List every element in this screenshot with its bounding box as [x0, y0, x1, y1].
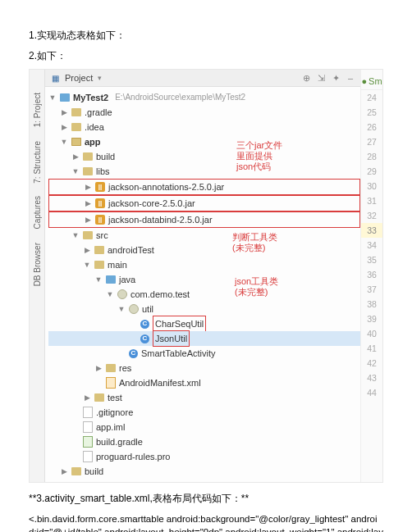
tab-structure[interactable]: 7: Structure — [33, 138, 42, 187]
tree-node-proguard[interactable]: proguard-rules.pro — [48, 449, 360, 464]
locate-icon[interactable]: ⇲ — [316, 73, 326, 84]
line-number: 34 — [361, 238, 382, 252]
tree-node-buildgradle[interactable]: build.gradle — [48, 434, 360, 449]
xml-icon — [106, 377, 116, 389]
tree-node-src[interactable]: ▼src — [48, 228, 360, 243]
line-number: 30 — [361, 179, 382, 193]
tab-db-browser[interactable]: DB Browser — [33, 239, 42, 289]
tree-node-test[interactable]: ▶test — [48, 390, 360, 405]
tree-node-app[interactable]: ▼app — [48, 134, 360, 149]
file-icon — [83, 407, 93, 418]
package-icon — [117, 289, 127, 299]
folder-icon — [83, 152, 93, 161]
file-icon — [83, 436, 93, 448]
heading-1: 1.实现动态表格如下： — [29, 28, 383, 43]
class-icon: C — [129, 349, 138, 358]
tree-node-gitignore[interactable]: .gitignore — [48, 405, 360, 420]
tree-node-jsonutil[interactable]: CJsonUtil — [48, 331, 360, 346]
jar-icon: || — [95, 215, 105, 225]
jar-icon: || — [95, 198, 105, 208]
folder-icon — [94, 261, 104, 269]
folder-icon — [83, 231, 93, 239]
tree-node-java[interactable]: ▼java — [48, 272, 360, 287]
line-number: 38 — [361, 297, 382, 311]
module-icon — [71, 138, 81, 146]
project-icon: ▦ — [50, 73, 60, 83]
line-number: 39 — [361, 311, 382, 326]
tree-node-jar2[interactable]: ▶||jackson-core-2.5.0.jar — [48, 195, 360, 211]
tree-node-smarttable[interactable]: CSmartTableActivity — [48, 346, 360, 361]
line-number: 31 — [361, 193, 382, 208]
folder-icon — [94, 246, 104, 254]
folder-icon — [71, 108, 81, 116]
line-number: 32 — [361, 208, 382, 223]
project-toolbar: ▦ Project ▾ ⊕ ⇲ ✦ – — [45, 70, 360, 87]
tab-project[interactable]: 1: Project — [33, 89, 42, 130]
folder-icon — [71, 123, 81, 131]
tree-node-androidtest[interactable]: ▶androidTest — [48, 243, 360, 257]
toolbar-icons: ⊕ ⇲ ✦ – — [301, 73, 355, 84]
line-number: 41 — [361, 341, 382, 356]
tab-captures[interactable]: Captures — [33, 193, 42, 233]
class-icon: C — [140, 320, 149, 329]
tree-node-charsequtil[interactable]: CCharSeqUtil — [48, 316, 360, 331]
line-number: 37 — [361, 282, 382, 297]
tree-node-build2[interactable]: ▶build — [48, 464, 360, 479]
tree-node-build[interactable]: ▶build — [48, 149, 360, 164]
line-number: 33 — [361, 223, 382, 238]
tree-node-res[interactable]: ▶res — [48, 361, 360, 375]
jar-icon: || — [95, 182, 105, 192]
file-icon — [83, 421, 93, 433]
line-number: 35 — [361, 252, 382, 267]
editor-gutter: ●Sm 242526272829303132333435363738394041… — [360, 70, 382, 482]
class-icon: C — [140, 334, 149, 343]
tree-node-package[interactable]: ▼com.demo.test — [48, 287, 360, 302]
line-number: 24 — [361, 90, 382, 105]
left-tool-window-tabs: 1: Project 7: Structure Captures DB Brow… — [30, 70, 45, 482]
folder-icon — [106, 364, 116, 372]
folder-icon — [71, 467, 81, 475]
line-number: 28 — [361, 149, 382, 164]
tree-node-main[interactable]: ▼main — [48, 257, 360, 272]
heading-2: 2.如下： — [29, 48, 383, 64]
folder-icon — [94, 393, 104, 402]
line-numbers: 2425262728293031323334353637383940414243… — [361, 90, 382, 400]
folder-icon — [83, 167, 93, 175]
tree-node-manifest[interactable]: AndroidManifest.xml — [48, 375, 360, 390]
line-number: 29 — [361, 164, 382, 179]
tree-node-libs[interactable]: ▼libs — [48, 164, 360, 179]
tree-node-gradle[interactable]: ▶.gradle — [48, 105, 360, 120]
line-number: 27 — [361, 134, 382, 149]
dropdown-arrow-icon[interactable]: ▾ — [98, 74, 102, 82]
editor-tab-name[interactable]: ●Sm — [361, 73, 382, 90]
module-icon — [60, 93, 70, 102]
tree-root[interactable]: ▼ MyTest2 E:\AndroidSource\example\MyTes… — [48, 90, 360, 105]
line-number: 36 — [361, 267, 382, 282]
collapse-icon[interactable]: ⊕ — [301, 73, 311, 84]
tree-node-appiml[interactable]: app.iml — [48, 420, 360, 434]
package-icon — [129, 304, 139, 314]
tree-node-idea[interactable]: ▶.idea — [48, 120, 360, 134]
src-folder-icon — [106, 275, 116, 284]
line-number: 26 — [361, 120, 382, 134]
line-number: 42 — [361, 356, 382, 371]
hide-icon[interactable]: – — [346, 73, 355, 84]
xml-code: <.bin.david.form.core.smarttable android… — [29, 512, 383, 532]
gear-icon[interactable]: ✦ — [331, 73, 341, 84]
tree-node-util[interactable]: ▼util — [48, 302, 360, 316]
line-number: 43 — [361, 371, 382, 385]
tree-node-jar1[interactable]: ▶||jackson-annotations-2.5.0.jar — [48, 179, 360, 195]
ide-screenshot: 三个jar文件 里面提供 json代码 判断工具类 (未完整) json工具类 … — [29, 69, 383, 483]
file-icon — [83, 451, 93, 462]
line-number: 40 — [361, 326, 382, 341]
project-tree: ▼ MyTest2 E:\AndroidSource\example\MyTes… — [45, 87, 360, 482]
line-number: 25 — [361, 105, 382, 120]
tree-node-jar3[interactable]: ▶||jackson-databind-2.5.0.jar — [48, 211, 360, 228]
project-label: Project — [65, 73, 93, 83]
section-3: **3.activity_smart_table.xml,表格布局代码如下：** — [29, 491, 383, 507]
line-number: 44 — [361, 385, 382, 400]
